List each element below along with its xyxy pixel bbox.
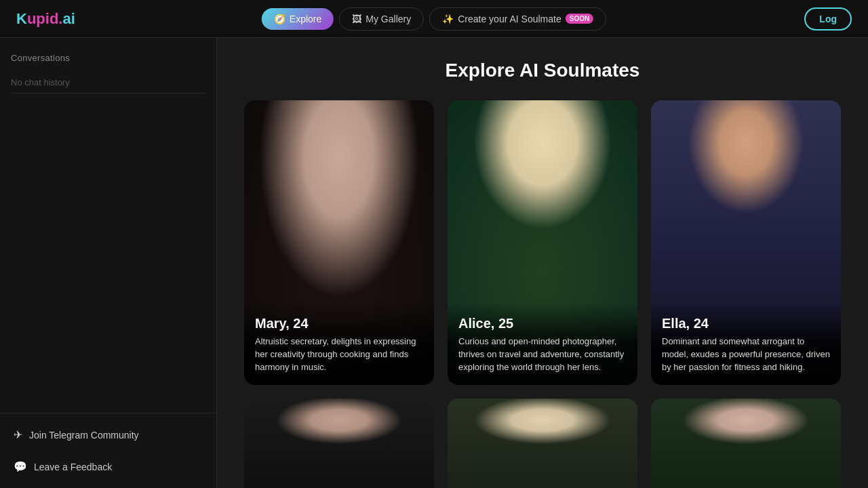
card-alice[interactable]: Alice, 25 Curious and open-minded photog… — [448, 100, 637, 385]
mary-name: Mary, 24 — [255, 316, 423, 331]
alice-overlay: Alice, 25 Curious and open-minded photog… — [448, 302, 637, 385]
explore-label: Explore — [290, 14, 321, 24]
header: Kupid.ai 🧭 Explore 🖼 My Gallery ✨ Create… — [0, 0, 868, 38]
card-mary[interactable]: Mary, 24 Altruistic secretary, delights … — [244, 100, 434, 385]
mary-desc: Altruistic secretary, delights in expres… — [255, 336, 423, 374]
sidebar-spacer — [0, 94, 216, 413]
page-title: Explore AI Soulmates — [244, 60, 841, 81]
login-button[interactable]: Log — [804, 7, 852, 30]
main-content: Explore AI Soulmates Mary, 24 Altruistic… — [217, 38, 868, 488]
ella-desc: Dominant and somewhat arrogant to model,… — [662, 336, 830, 374]
sidebar-bottom: ✈ Join Telegram Community 💬 Leave a Feed… — [0, 413, 216, 488]
create-label: Create your AI Soulmate — [458, 14, 561, 24]
explore-button[interactable]: 🧭 Explore — [262, 8, 334, 30]
telegram-label: Join Telegram Community — [29, 430, 139, 441]
create-icon: ✨ — [442, 14, 454, 24]
telegram-icon: ✈ — [14, 428, 22, 441]
cards-grid: Mary, 24 Altruistic secretary, delights … — [244, 100, 841, 488]
logo-ai: ai — [62, 10, 75, 27]
logo-k: K — [16, 10, 27, 27]
alice-desc: Curious and open-minded photographer, th… — [458, 336, 627, 374]
telegram-community-button[interactable]: ✈ Join Telegram Community — [0, 419, 216, 451]
leave-feedback-button[interactable]: 💬 Leave a Feedback — [0, 451, 216, 483]
alice-name: Alice, 25 — [458, 316, 627, 331]
card-partial-5[interactable] — [448, 399, 637, 488]
login-label: Log — [819, 14, 837, 24]
logo-upid: upid — [27, 10, 58, 27]
feedback-icon: 💬 — [14, 460, 27, 473]
main-nav: 🧭 Explore 🖼 My Gallery ✨ Create your AI … — [262, 7, 606, 30]
sidebar: Conversations No chat history ✈ Join Tel… — [0, 38, 217, 488]
main-layout: Conversations No chat history ✈ Join Tel… — [0, 38, 868, 488]
card-ella[interactable]: Ella, 24 Dominant and somewhat arrogant … — [651, 100, 841, 385]
ella-name: Ella, 24 — [662, 316, 830, 331]
conversations-label: Conversations — [11, 53, 70, 63]
ella-overlay: Ella, 24 Dominant and somewhat arrogant … — [651, 302, 841, 385]
sidebar-conversations-section: Conversations — [0, 38, 216, 72]
card-partial-4[interactable] — [244, 399, 434, 488]
chat-history-label: No chat history — [0, 72, 216, 93]
feedback-label: Leave a Feedback — [34, 462, 112, 472]
gallery-icon: 🖼 — [352, 14, 361, 24]
logo[interactable]: Kupid.ai — [16, 10, 75, 28]
soon-badge: SOON — [566, 14, 593, 24]
partial5-portrait — [448, 399, 637, 488]
mary-overlay: Mary, 24 Altruistic secretary, delights … — [244, 302, 434, 385]
partial6-portrait — [651, 399, 841, 488]
create-soulmate-button[interactable]: ✨ Create your AI Soulmate SOON — [429, 7, 606, 30]
compass-icon: 🧭 — [274, 14, 285, 24]
gallery-label: My Gallery — [366, 14, 411, 24]
partial4-portrait — [244, 399, 434, 488]
gallery-button[interactable]: 🖼 My Gallery — [339, 7, 424, 30]
card-partial-6[interactable] — [651, 399, 841, 488]
